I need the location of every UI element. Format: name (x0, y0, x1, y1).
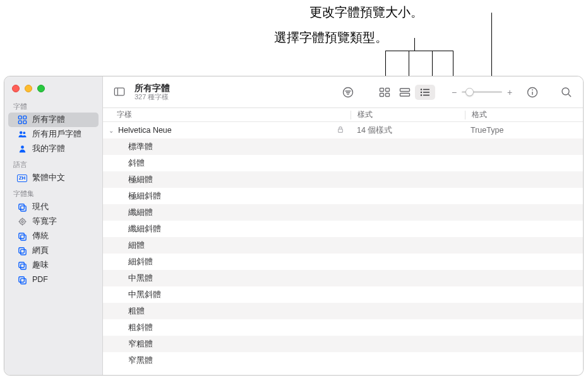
font-book-window: 字體 所有字體 所有用戶字體 我的字體 語言 ZH 繁體中文 字體集 (4, 76, 584, 376)
font-style-row[interactable]: 中黑斜體 (103, 286, 583, 303)
toggle-sidebar-button[interactable] (111, 84, 128, 99)
svg-rect-29 (380, 88, 384, 91)
svg-rect-1 (23, 116, 26, 119)
disclosure-triangle-icon[interactable]: ⌄ (107, 127, 116, 134)
font-style-name: 極細體 (128, 175, 153, 185)
sidebar-section-language: 語言 (4, 156, 102, 171)
list-view-button[interactable] (415, 85, 435, 100)
svg-rect-2 (18, 121, 21, 124)
sidebar-item-label: 所有用戶字體 (32, 129, 81, 140)
sidebar-item-label: 所有字體 (32, 114, 65, 125)
svg-point-39 (421, 94, 422, 95)
font-style-row[interactable]: 窄黑體 (103, 352, 583, 369)
font-style-row[interactable]: 中黑體 (103, 270, 583, 286)
svg-rect-17 (18, 248, 23, 253)
svg-point-4 (19, 131, 22, 134)
sidebar-item-modern[interactable]: 現代 (8, 200, 99, 214)
font-style-name: 纖細斜體 (128, 224, 161, 235)
gear-icon (17, 217, 27, 227)
font-style-row[interactable]: 細體 (103, 237, 583, 254)
svg-rect-33 (400, 89, 410, 92)
info-button[interactable] (524, 85, 541, 100)
font-style-row[interactable]: 窄粗體 (103, 336, 583, 352)
font-style-row[interactable]: 粗斜體 (103, 319, 583, 336)
font-style-name: 斜體 (128, 158, 145, 169)
sidebar-item-fun[interactable]: 趣味 (8, 258, 99, 273)
sidebar-item-traditional[interactable]: 傳統 (8, 229, 99, 243)
font-style-name: 粗體 (128, 306, 145, 317)
callout-size-text: 更改字體預覽大小。 (309, 4, 423, 21)
font-style-row[interactable]: 極細斜體 (103, 188, 583, 204)
sidebar-item-label: 我的字體 (32, 144, 65, 154)
sidebar-item-monospace[interactable]: 等寬字 (8, 214, 99, 229)
svg-rect-15 (18, 233, 23, 238)
sidebar-item-all-fonts[interactable]: 所有字體 (8, 113, 99, 127)
minimize-window-button[interactable] (25, 85, 32, 92)
font-style-row[interactable]: 粗體 (103, 303, 583, 319)
svg-rect-19 (18, 262, 23, 267)
sidebar-item-web[interactable]: 網頁 (8, 243, 99, 258)
sidebar-item-user-fonts[interactable]: 所有用戶字體 (8, 127, 99, 142)
font-family-styles-count: 14 個樣式 (351, 125, 464, 136)
font-style-name: 窄黑體 (128, 355, 153, 366)
preview-size-slider[interactable]: − + (450, 87, 513, 97)
sidebar-item-label: 傳統 (32, 231, 49, 242)
font-style-name: 標準體 (128, 142, 153, 152)
search-button[interactable] (558, 85, 575, 100)
grid-view-button[interactable] (375, 85, 395, 100)
sidebar-item-zh-hant[interactable]: ZH 繁體中文 (8, 171, 99, 185)
samples-view-button[interactable] (395, 85, 415, 100)
filter-button[interactable] (339, 85, 357, 100)
font-style-row[interactable]: 纖細斜體 (103, 221, 583, 237)
svg-line-45 (568, 94, 571, 97)
callout-line (491, 13, 492, 76)
column-header-style[interactable]: 樣式 (351, 110, 465, 120)
svg-point-35 (421, 89, 422, 90)
svg-rect-7 (18, 204, 23, 209)
column-header-format[interactable]: 格式 (465, 110, 583, 120)
column-header-row: 字樣 樣式 格式 (103, 108, 583, 122)
sidebar-section-fonts: 字體 (4, 98, 102, 113)
svg-rect-18 (20, 250, 25, 255)
sidebar-item-label: PDF (32, 275, 48, 284)
svg-rect-8 (20, 206, 25, 211)
svg-rect-20 (20, 264, 25, 269)
callout-line (385, 51, 453, 51)
svg-point-9 (20, 219, 25, 224)
font-style-row[interactable]: 細斜體 (103, 254, 583, 270)
font-family-format: TrueType (464, 126, 583, 135)
sidebar-section-collections: 字體集 (4, 185, 102, 200)
minus-icon: − (450, 87, 458, 97)
font-family-row[interactable]: ⌄ Helvetica Neue 14 個樣式 TrueType (103, 122, 583, 138)
slider-track[interactable] (462, 91, 502, 93)
font-style-name: 纖細體 (128, 207, 153, 218)
collection-icon (17, 260, 27, 271)
svg-rect-32 (386, 93, 390, 96)
zh-badge-icon: ZH (17, 173, 27, 183)
font-style-row[interactable]: 纖細體 (103, 204, 583, 221)
font-style-name: 窄粗體 (128, 339, 153, 350)
sidebar-item-my-fonts[interactable]: 我的字體 (8, 142, 99, 156)
sidebar-item-pdf[interactable]: PDF (8, 273, 99, 286)
column-header-typeface[interactable]: 字樣 (103, 110, 351, 120)
svg-rect-3 (23, 121, 26, 124)
toolbar-title: 所有字體 (135, 83, 170, 93)
font-style-name: 中黑斜體 (128, 290, 161, 300)
font-style-row[interactable]: 斜體 (103, 155, 583, 171)
zoom-window-button[interactable] (37, 85, 45, 92)
font-family-name: Helvetica Neue (118, 126, 172, 135)
font-style-name: 極細斜體 (128, 191, 161, 202)
close-window-button[interactable] (12, 85, 20, 92)
callout-line (432, 51, 433, 76)
sidebar-item-label: 繁體中文 (32, 173, 65, 183)
svg-rect-0 (18, 116, 21, 119)
callout-line (385, 51, 386, 76)
svg-rect-34 (400, 93, 410, 96)
font-style-row[interactable]: 標準體 (103, 138, 583, 155)
slider-thumb[interactable] (465, 88, 474, 96)
svg-point-10 (21, 221, 23, 223)
svg-rect-21 (18, 276, 23, 281)
callout-line (409, 51, 409, 76)
font-style-row[interactable]: 極細體 (103, 171, 583, 188)
plus-icon: + (506, 87, 513, 97)
